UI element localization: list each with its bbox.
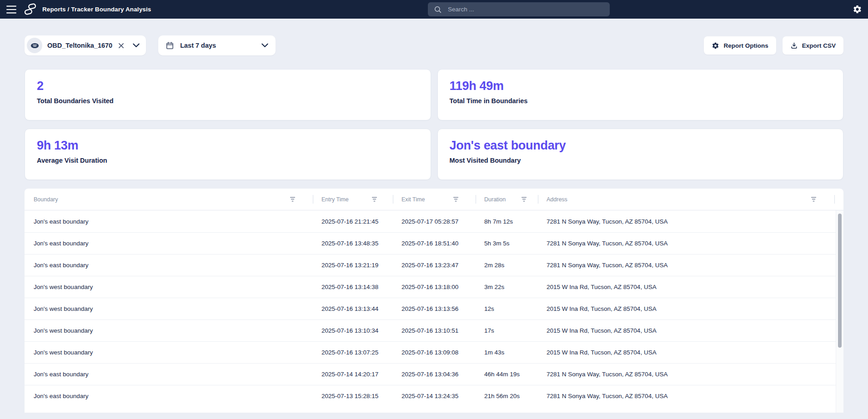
- app-logo-icon: [24, 3, 36, 15]
- search-box[interactable]: [428, 2, 610, 16]
- column-label: Exit Time: [401, 196, 425, 203]
- vertical-scrollbar-thumb[interactable]: [838, 214, 842, 348]
- table-cell: 2025-07-16 13:14:38: [313, 284, 393, 290]
- stat-card-most-visited: Jon's east boundary Most Visited Boundar…: [437, 129, 844, 180]
- table-cell: Jon's east boundary: [25, 393, 313, 399]
- device-chevron-down-icon[interactable]: [133, 43, 140, 48]
- table-cell: 2m 28s: [476, 262, 538, 269]
- filter-row: OBD_Teltonika_1670 Last 7 days Rep: [25, 35, 843, 55]
- table-cell: 2015 W Ina Rd, Tucson, AZ 85704, USA: [538, 349, 843, 356]
- column-header-boundary: Boundary: [25, 189, 313, 210]
- filter-icon[interactable]: [289, 196, 296, 202]
- table-row[interactable]: Jon's east boundary2025-07-16 13:48:3520…: [25, 232, 843, 254]
- stat-label: Average Visit Duration: [37, 157, 419, 164]
- table-cell: 3m 22s: [476, 284, 538, 290]
- boundary-visits-table: Boundary Entry Time Exit Time Duration A…: [25, 189, 843, 413]
- table-cell: 21h 56m 20s: [476, 393, 538, 399]
- menu-icon[interactable]: [6, 5, 16, 14]
- column-label: Entry Time: [321, 196, 349, 203]
- report-options-button[interactable]: Report Options: [704, 36, 776, 55]
- stat-card-average-duration: 9h 13m Average Visit Duration: [25, 129, 431, 180]
- table-row[interactable]: Jon's east boundary2025-07-16 13:21:1920…: [25, 254, 843, 276]
- table-cell: Jon's west bouandary: [25, 284, 313, 290]
- table-cell: 5h 3m 5s: [476, 240, 538, 247]
- table-cell: 2025-07-14 13:24:35: [393, 393, 476, 399]
- table-row[interactable]: Jon's west bouandary2025-07-16 13:14:382…: [25, 276, 843, 298]
- table-cell: Jon's west bouandary: [25, 349, 313, 356]
- stat-value: Jon's east boundary: [450, 139, 832, 153]
- date-range-label: Last 7 days: [180, 42, 256, 49]
- report-options-gear-icon: [712, 42, 719, 50]
- table-cell: 2025-07-16 13:23:47: [393, 262, 476, 269]
- calendar-icon: [166, 41, 174, 50]
- export-csv-label: Export CSV: [802, 42, 836, 49]
- table-cell: 2025-07-16 21:21:45: [313, 218, 393, 225]
- table-row[interactable]: Jon's east boundary2025-07-14 14:20:1720…: [25, 363, 843, 385]
- settings-gear-icon[interactable]: [853, 5, 862, 14]
- table-cell: 8h 7m 12s: [476, 218, 538, 225]
- stat-value: 9h 13m: [37, 139, 419, 153]
- stat-label: Total Time in Boundaries: [450, 97, 832, 105]
- stat-card-total-time: 119h 49m Total Time in Boundaries: [437, 69, 844, 120]
- action-buttons: Report Options Export CSV: [704, 36, 843, 55]
- stat-value: 119h 49m: [450, 79, 832, 93]
- stat-label: Most Visited Boundary: [450, 157, 832, 164]
- table-cell: 2025-07-17 05:28:57: [393, 218, 476, 225]
- table-row[interactable]: Jon's west bouandary2025-07-16 13:07:252…: [25, 341, 843, 363]
- table-cell: 7281 N Sonya Way, Tucson, AZ 85704, USA: [538, 371, 843, 378]
- vertical-scrollbar-track[interactable]: [836, 210, 843, 413]
- table-cell: 2025-07-16 13:10:34: [313, 327, 393, 334]
- device-selector[interactable]: OBD_Teltonika_1670: [25, 35, 146, 55]
- column-header-exit-time: Exit Time: [393, 189, 476, 210]
- table-cell: 46h 44m 19s: [476, 371, 538, 378]
- filter-icon[interactable]: [371, 196, 378, 202]
- table-cell: 2015 W Ina Rd, Tucson, AZ 85704, USA: [538, 327, 843, 334]
- table-cell: Jon's east boundary: [25, 262, 313, 269]
- date-range-selector[interactable]: Last 7 days: [158, 35, 276, 55]
- filter-icon[interactable]: [521, 196, 527, 202]
- filter-icon[interactable]: [810, 196, 817, 202]
- table-cell: 2025-07-16 13:13:44: [313, 305, 393, 312]
- export-csv-button[interactable]: Export CSV: [783, 36, 843, 55]
- table-cell: 7281 N Sonya Way, Tucson, AZ 85704, USA: [538, 218, 843, 225]
- column-header-address: Address: [538, 189, 843, 210]
- stat-value: 2: [37, 79, 419, 93]
- table-cell: Jon's west bouandary: [25, 327, 313, 334]
- table-cell: 2015 W Ina Rd, Tucson, AZ 85704, USA: [538, 284, 843, 290]
- table-row[interactable]: Jon's east boundary2025-07-13 15:28:1520…: [25, 385, 843, 407]
- device-name-label: OBD_Teltonika_1670: [47, 42, 112, 49]
- search-icon: [434, 5, 442, 14]
- remove-device-icon[interactable]: [118, 43, 124, 49]
- table-cell: 2025-07-16 13:18:00: [393, 284, 476, 290]
- report-options-label: Report Options: [723, 42, 768, 49]
- column-label: Address: [547, 196, 567, 203]
- table-row[interactable]: Jon's west bouandary2025-07-16 13:13:442…: [25, 298, 843, 319]
- stat-card-total-boundaries: 2 Total Boundaries Visited: [25, 69, 431, 120]
- hamburger-icon: [6, 5, 16, 14]
- table-cell: 2025-07-16 13:48:35: [313, 240, 393, 247]
- table-cell: 2025-07-16 13:21:19: [313, 262, 393, 269]
- table-row[interactable]: Jon's west bouandary2025-07-16 13:10:342…: [25, 319, 843, 341]
- search-input[interactable]: [447, 5, 604, 13]
- table-cell: 1m 43s: [476, 349, 538, 356]
- topbar: Reports / Tracker Boundary Analysis: [0, 0, 868, 19]
- table-cell: 7281 N Sonya Way, Tucson, AZ 85704, USA: [538, 393, 843, 399]
- table-cell: 17s: [476, 327, 538, 334]
- table-cell: 7281 N Sonya Way, Tucson, AZ 85704, USA: [538, 262, 843, 269]
- table-cell: 12s: [476, 305, 538, 312]
- table-cell: 2025-07-16 18:51:40: [393, 240, 476, 247]
- download-icon: [790, 42, 798, 50]
- table-cell: 2025-07-16 13:10:51: [393, 327, 476, 334]
- stat-label: Total Boundaries Visited: [37, 97, 419, 105]
- device-avatar: [27, 38, 42, 53]
- table-row[interactable]: Jon's east boundary2025-07-16 21:21:4520…: [25, 210, 843, 232]
- table-cell: 7281 N Sonya Way, Tucson, AZ 85704, USA: [538, 240, 843, 247]
- table-cell: 2025-07-16 13:04:36: [393, 371, 476, 378]
- table-header: Boundary Entry Time Exit Time Duration A…: [25, 189, 843, 210]
- table-cell: 2015 W Ina Rd, Tucson, AZ 85704, USA: [538, 305, 843, 312]
- table-cell: 2025-07-16 13:07:25: [313, 349, 393, 356]
- filter-icon[interactable]: [452, 196, 459, 202]
- column-label: Boundary: [34, 196, 58, 203]
- table-cell: 2025-07-14 14:20:17: [313, 371, 393, 378]
- table-cell: Jon's east boundary: [25, 218, 313, 225]
